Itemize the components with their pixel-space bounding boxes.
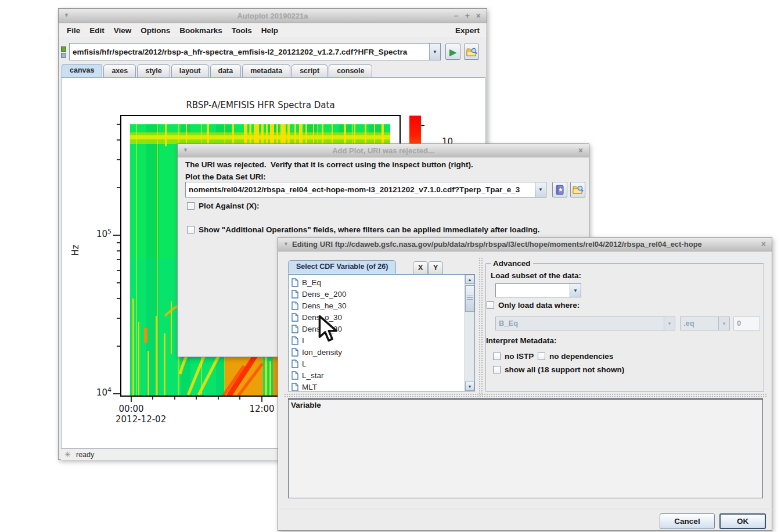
bookmark-button[interactable] (552, 182, 567, 197)
tab-canvas[interactable]: canvas (62, 64, 102, 77)
subset-combo[interactable]: ▼ (495, 283, 581, 297)
dataset-uri-combo[interactable]: ▼ (185, 182, 546, 197)
show-operations-label: Show "Additional Operations" fields, whe… (199, 225, 539, 234)
where-field-dropdown-icon: ▼ (664, 317, 675, 330)
variable-name[interactable]: L (302, 360, 307, 368)
horizontal-splitter[interactable] (284, 393, 767, 398)
main-window-titlebar[interactable]: ▼ Autoplot 20190221a – + × (59, 9, 487, 23)
cancel-button[interactable]: Cancel (660, 513, 715, 529)
variable-name[interactable]: Ion_density (302, 348, 342, 357)
ytick-1e5: 105 (89, 228, 111, 239)
subset-dropdown-icon[interactable]: ▼ (570, 284, 581, 297)
tab-console[interactable]: console (329, 64, 372, 77)
window-menu-icon[interactable]: ▼ (64, 13, 69, 18)
show-operations-checkbox[interactable] (187, 226, 195, 233)
button-separator (279, 509, 772, 509)
tab-metadata[interactable]: metadata (242, 64, 290, 77)
ytick-1e4-exp: 4 (107, 386, 111, 394)
menu-edit[interactable]: Edit (85, 25, 109, 36)
list-item: MLT (289, 381, 465, 391)
only-load-checkbox[interactable] (487, 301, 494, 309)
inspect-uri-button[interactable] (464, 44, 479, 60)
tab-layout[interactable]: layout (171, 64, 209, 77)
list-item: B_Eq (289, 276, 465, 288)
menu-bookmarks[interactable]: Bookmarks (175, 25, 227, 36)
main-tab-bar: canvas axes style layout data metadata s… (62, 64, 373, 77)
ok-button[interactable]: OK (719, 513, 766, 529)
menu-file[interactable]: File (62, 25, 85, 36)
window-menu-icon[interactable]: ▼ (183, 148, 188, 153)
variable-name[interactable]: Dens_he_30 (302, 301, 347, 310)
no-istp-checkbox[interactable] (493, 353, 501, 360)
list-item: L (289, 358, 465, 369)
tab-data[interactable]: data (210, 64, 242, 77)
y-axis-ticks (113, 115, 120, 397)
only-load-label: Only load data where: (498, 301, 580, 310)
add-plot-title: Add Plot, URI was rejected... (178, 146, 589, 155)
close-icon[interactable]: × (761, 239, 766, 249)
desktop: ▼ Autoplot 20190221a – + × File Edit Vie… (0, 0, 781, 532)
cdf-file-icon (291, 313, 298, 322)
list-item: L_star (289, 369, 465, 381)
variable-name[interactable]: B_Eq (302, 278, 321, 287)
tab-script[interactable]: script (291, 64, 327, 77)
cdf-variable-list[interactable]: B_Eq Dens_e_200 Dens_he_30 Dens_o_30 Den… (288, 274, 475, 391)
tab-style[interactable]: style (137, 64, 170, 77)
variable-name[interactable]: MLT (302, 383, 317, 391)
cdf-file-icon (291, 336, 298, 345)
advanced-group-label: Advanced (491, 259, 533, 268)
cdf-file-icon (291, 278, 298, 287)
list-item: Dens_p_30 (289, 323, 465, 335)
inspect-uri-button[interactable] (570, 182, 585, 197)
tab-axes[interactable]: axes (103, 64, 136, 77)
list-item: I (289, 335, 465, 346)
tab-y[interactable]: Y (428, 261, 443, 274)
ytick-1e5-base: 10 (96, 229, 107, 239)
window-menu-icon[interactable]: ▼ (283, 242, 289, 247)
uri-field-label: Plot the Data Set URI: (185, 172, 266, 181)
minimize-icon[interactable]: – (454, 10, 459, 21)
where-field-combo: B_Eq ▼ (495, 317, 675, 330)
bookmark-book-icon (555, 185, 564, 195)
dataset-uri-input[interactable] (186, 182, 535, 197)
cdf-file-icon (291, 301, 298, 310)
plot-go-button[interactable]: ▶ (445, 44, 460, 60)
tab-select-cdf-variable[interactable]: Select CDF Variable (of 26) (288, 260, 396, 274)
where-field-value: B_Eq (496, 317, 664, 330)
maximize-icon[interactable]: + (465, 10, 470, 21)
datasource-status-icon2 (61, 53, 66, 58)
vertical-splitter[interactable] (478, 257, 483, 396)
variable-name[interactable]: I (302, 336, 304, 345)
close-icon[interactable]: × (476, 10, 481, 21)
uri-dropdown-icon[interactable]: ▼ (429, 44, 440, 60)
uri-address-input[interactable] (70, 44, 429, 60)
scroll-down-icon[interactable]: ▼ (465, 382, 474, 391)
scrollbar-thumb-grip (467, 296, 473, 300)
variable-name[interactable]: L_star (302, 371, 324, 380)
xtick-1200: 12:00 (244, 404, 279, 414)
close-icon[interactable]: × (578, 145, 583, 156)
uri-dropdown-icon[interactable]: ▼ (535, 182, 546, 197)
list-item: Ion_density (289, 346, 465, 358)
list-scrollbar[interactable]: ▲ ▼ (465, 275, 474, 391)
no-dependencies-checkbox[interactable] (538, 353, 545, 360)
cdf-file-icon (291, 360, 298, 368)
play-icon: ▶ (449, 48, 456, 56)
plot-against-checkbox[interactable] (187, 202, 195, 210)
variable-name[interactable]: Dens_e_200 (302, 290, 347, 299)
ytick-1e4-base: 10 (96, 387, 107, 398)
menu-options[interactable]: Options (136, 25, 175, 36)
expert-mode-label[interactable]: Expert (455, 26, 483, 35)
scroll-up-icon[interactable]: ▲ (465, 275, 474, 284)
main-window-title: Autoplot 20190221a (59, 12, 487, 20)
add-plot-titlebar[interactable]: ▼ Add Plot, URI was rejected... × (178, 144, 589, 157)
menu-tools[interactable]: Tools (227, 25, 257, 36)
editing-uri-title: Editing URI ftp://cdaweb.gsfc.nasa.gov/p… (278, 240, 772, 249)
uri-address-combo[interactable]: ▼ (69, 43, 441, 60)
editing-uri-titlebar[interactable]: ▼ Editing URI ftp://cdaweb.gsfc.nasa.gov… (278, 238, 772, 251)
show-all-checkbox[interactable] (493, 366, 501, 373)
load-subset-label: Load subset of the data: (491, 271, 581, 280)
menu-view[interactable]: View (109, 25, 136, 36)
tab-x[interactable]: X (413, 261, 428, 274)
menu-help[interactable]: Help (257, 25, 283, 36)
